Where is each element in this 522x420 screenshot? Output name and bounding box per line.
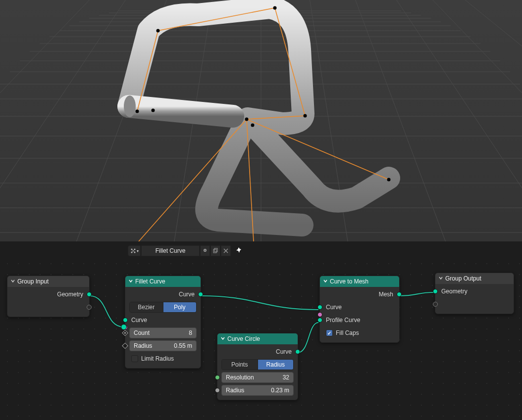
curve-control-points: [136, 6, 391, 182]
mode-poly-button[interactable]: Poly: [163, 302, 197, 312]
mode-bezier-button[interactable]: Bezier: [130, 302, 163, 312]
reroute-node[interactable]: [121, 324, 127, 330]
svg-point-37: [152, 109, 155, 112]
node-group-input[interactable]: Group Input Geometry: [7, 276, 90, 317]
mode-segmented-control[interactable]: Bezier Poly: [129, 302, 197, 313]
fill-caps-checkbox[interactable]: [326, 329, 333, 336]
node-header[interactable]: Group Output: [435, 273, 514, 284]
node-header[interactable]: Curve to Mesh: [320, 276, 399, 287]
svg-point-32: [157, 29, 160, 33]
svg-rect-44: [214, 248, 217, 252]
node-fillet-curve[interactable]: Fillet Curve Curve Bezier Poly Curve Cou…: [125, 276, 201, 369]
socket-out-curve[interactable]: [198, 292, 203, 297]
svg-point-35: [245, 118, 249, 121]
socket-in-geometry[interactable]: [433, 289, 438, 294]
output-mesh-label: Mesh: [379, 291, 393, 298]
input-profile-curve-label: Profile Curve: [326, 317, 360, 324]
node-group-name-input[interactable]: Fillet Curve: [141, 245, 200, 256]
collapse-chevron-icon[interactable]: [438, 275, 443, 282]
mode-segmented-control[interactable]: Points Radius: [221, 359, 294, 370]
unlink-node-tree-button[interactable]: [221, 245, 231, 256]
node-header[interactable]: Curve Circle: [217, 333, 298, 344]
fill-caps-label: Fill Caps: [336, 329, 359, 336]
node-title: Fillet Curve: [135, 278, 165, 285]
limit-radius-label: Limit Radius: [141, 355, 174, 362]
svg-point-36: [387, 178, 391, 182]
radius-field[interactable]: Radius 0.23 m: [221, 385, 294, 396]
node-title: Curve to Mesh: [330, 278, 368, 285]
svg-line-28: [428, 0, 522, 241]
radius-label: Radius: [134, 342, 152, 349]
node-curve-circle[interactable]: Curve Circle Curve Points Radius Resolut…: [217, 333, 298, 400]
count-label: Count: [134, 329, 150, 336]
collapse-chevron-icon[interactable]: [323, 278, 328, 285]
node-header[interactable]: Group Input: [7, 276, 89, 287]
svg-point-30: [124, 95, 136, 117]
svg-line-26: [354, 0, 448, 241]
svg-point-38: [251, 124, 255, 127]
node-header[interactable]: Fillet Curve: [125, 276, 201, 287]
collapse-chevron-icon[interactable]: [128, 278, 133, 285]
pin-icon[interactable]: [235, 247, 242, 255]
node-title: Group Input: [17, 278, 49, 285]
svg-point-31: [136, 110, 139, 113]
resolution-label: Resolution: [226, 374, 254, 381]
viewport-grid: [0, 0, 522, 241]
svg-point-34: [304, 114, 307, 118]
socket-out-mesh[interactable]: [397, 292, 402, 297]
node-editor-header: ▾ Fillet Curve: [128, 245, 242, 256]
input-curve-label: Curve: [131, 317, 147, 324]
socket-in-profile-curve[interactable]: [317, 318, 322, 323]
socket-in-resolution[interactable]: [215, 375, 220, 380]
socket-out-curve[interactable]: [295, 349, 300, 354]
radius-field[interactable]: Radius 0.55 m: [129, 340, 197, 351]
svg-line-23: [0, 0, 129, 241]
resolution-field[interactable]: Resolution 32: [221, 372, 294, 383]
mode-radius-button[interactable]: Radius: [258, 360, 294, 370]
node-group-output[interactable]: Group Output Geometry: [435, 273, 514, 314]
socket-in-curve[interactable]: [317, 305, 322, 310]
resolution-value: 32: [283, 374, 289, 381]
socket-in-virtual[interactable]: [433, 302, 438, 307]
svg-line-27: [393, 0, 522, 241]
output-curve-label: Curve: [276, 348, 292, 355]
socket-out-virtual[interactable]: [87, 305, 92, 310]
svg-line-29: [459, 0, 522, 241]
node-title: Curve Circle: [227, 335, 260, 342]
limit-radius-checkbox[interactable]: [131, 355, 138, 362]
socket-out-geometry[interactable]: [87, 292, 92, 297]
svg-line-24: [0, 0, 94, 241]
node-title: Group Output: [445, 275, 481, 282]
socket-in-curve[interactable]: [123, 318, 128, 323]
radius-value: 0.23 m: [271, 387, 289, 394]
output-curve-label: Curve: [179, 291, 195, 298]
input-curve-label: Curve: [326, 304, 342, 311]
3d-viewport[interactable]: [0, 0, 522, 241]
count-value: 8: [189, 329, 192, 336]
svg-rect-43: [213, 249, 216, 253]
output-geometry-label: Geometry: [57, 291, 83, 298]
collapse-chevron-icon[interactable]: [220, 335, 225, 342]
radius-label: Radius: [226, 387, 244, 394]
count-field[interactable]: Count 8: [129, 327, 197, 338]
svg-point-33: [273, 6, 277, 10]
socket-in-fill-caps[interactable]: [317, 312, 322, 317]
collapse-chevron-icon[interactable]: [10, 278, 15, 285]
geometry-node-editor[interactable]: ▾ Fillet Curve: [0, 241, 522, 420]
radius-value: 0.55 m: [174, 342, 192, 349]
mode-points-button[interactable]: Points: [222, 360, 258, 370]
input-geometry-label: Geometry: [441, 288, 468, 295]
socket-in-radius[interactable]: [215, 388, 220, 393]
node-curve-to-mesh[interactable]: Curve to Mesh Mesh Curve Profile Curve F…: [319, 276, 400, 343]
node-tree-type-selector[interactable]: ▾: [128, 245, 141, 256]
new-node-tree-button[interactable]: [210, 245, 220, 256]
fake-user-toggle[interactable]: [200, 245, 210, 256]
